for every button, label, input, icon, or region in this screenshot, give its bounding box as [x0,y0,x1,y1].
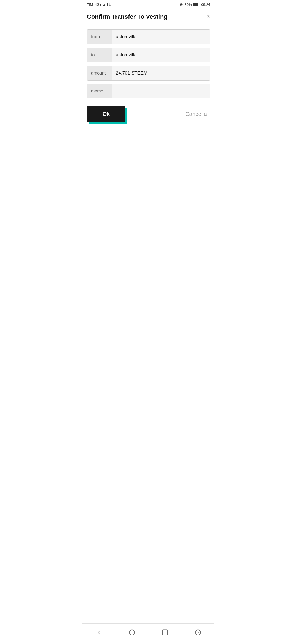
dialog-title: Confirm Transfer To Vesting [87,13,202,20]
buttons-row: Ok Cancella [87,106,210,128]
battery-percent: 80% [185,2,192,7]
battery-fill [194,3,198,6]
header-divider [82,25,215,25]
amount-field-row: amount 24.701 STEEM [87,66,210,81]
status-left: TIM 4G+ f [87,2,111,7]
home-nav-button[interactable] [127,627,137,637]
bar1 [103,5,104,6]
sync-icon: ⊕ [180,2,183,7]
battery-container [193,3,199,6]
battery-icon [193,3,199,6]
memo-field-row: memo [87,84,210,98]
facebook-icon: f [109,2,111,7]
dialog-header: Confirm Transfer To Vesting × [87,13,210,20]
accessibility-icon [194,629,202,636]
accessibility-nav-button[interactable] [193,627,203,637]
bar4 [107,3,108,6]
from-value: aston.villa [112,30,210,44]
back-icon [95,629,103,636]
status-bar: TIM 4G+ f ⊕ 80% 09:24 [82,0,215,8]
bar2 [105,4,105,6]
status-right: ⊕ 80% 09:24 [180,2,210,7]
svg-rect-1 [162,630,168,635]
to-value: aston.villa [112,48,210,62]
signal-bars [103,2,108,6]
svg-line-3 [196,630,200,634]
memo-label: memo [87,84,112,98]
back-nav-button[interactable] [94,627,104,637]
from-field-row: from aston.villa [87,29,210,44]
home-icon [128,629,136,636]
to-label: to [87,48,112,62]
amount-label: amount [87,66,112,80]
time-label: 09:24 [201,2,210,7]
network-type: 4G+ [95,2,101,7]
bar3 [106,4,106,6]
recents-icon [161,629,169,636]
dialog-container: Confirm Transfer To Vesting × from aston… [82,8,215,128]
to-field-row: to aston.villa [87,48,210,62]
cancel-button[interactable]: Cancella [182,106,210,122]
ok-button[interactable]: Ok [87,106,125,122]
nav-bar [82,623,215,644]
memo-value [112,84,210,98]
carrier-label: TIM [87,2,93,7]
close-button[interactable]: × [202,13,210,19]
recents-nav-button[interactable] [160,627,170,637]
svg-point-0 [129,630,135,635]
amount-value: 24.701 STEEM [112,66,210,80]
from-label: from [87,30,112,44]
